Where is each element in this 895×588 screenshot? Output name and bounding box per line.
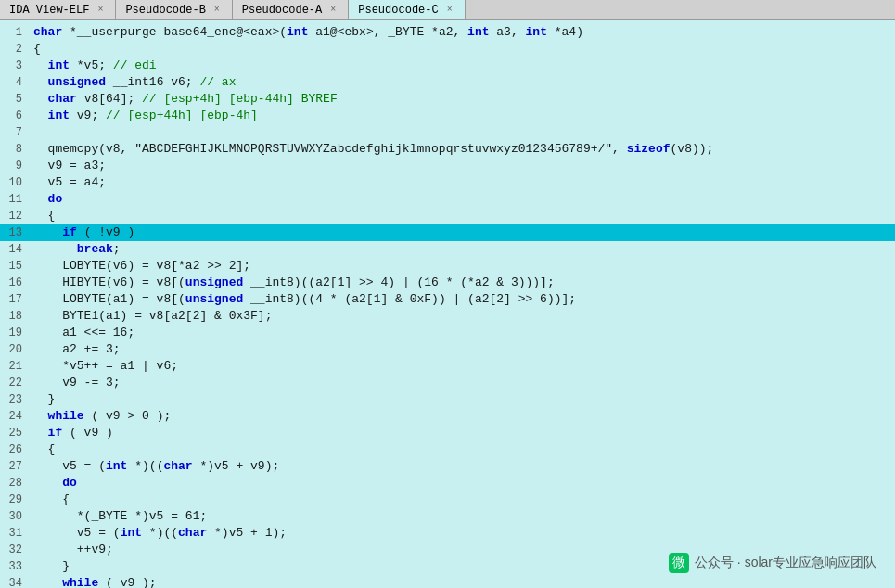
line-content-28: do: [30, 475, 895, 492]
code-line-20: 20 a2 += 3;: [0, 341, 895, 358]
line-number-4: 4: [0, 74, 30, 91]
tab-pseudocode-c[interactable]: Pseudocode-C×: [349, 0, 465, 19]
line-number-24: 24: [0, 408, 30, 425]
line-content-3: int *v5; // edi: [30, 58, 895, 74]
code-line-2: 2{: [0, 41, 895, 58]
line-number-19: 19: [0, 325, 30, 341]
code-line-7: 7: [0, 124, 895, 141]
line-number-22: 22: [0, 375, 30, 391]
code-line-23: 23 }: [0, 391, 895, 408]
line-content-2: {: [30, 41, 895, 58]
line-content-24: while ( v9 > 0 );: [30, 408, 895, 425]
code-line-8: 8 qmemcpy(v8, "ABCDEFGHIJKLMNOPQRSTUVWXY…: [0, 141, 895, 158]
code-line-1: 1char *__userpurge base64_enc@<eax>(int …: [0, 24, 895, 41]
code-line-17: 17 LOBYTE(a1) = v8[(unsigned __int8)((4 …: [0, 291, 895, 308]
line-content-9: v9 = a3;: [30, 158, 895, 174]
line-content-6: int v9; // [esp+44h] [ebp-4h]: [30, 108, 895, 124]
line-content-30: *(_BYTE *)v5 = 61;: [30, 508, 895, 525]
line-number-28: 28: [0, 475, 30, 492]
line-content-5: char v8[64]; // [esp+4h] [ebp-44h] BYREF: [30, 91, 895, 108]
tab-close-ida-view-elf[interactable]: ×: [95, 5, 106, 16]
line-content-19: a1 <<= 16;: [30, 325, 895, 341]
tab-ida-view-elf[interactable]: IDA View-ELF×: [0, 0, 116, 19]
line-content-1: char *__userpurge base64_enc@<eax>(int a…: [30, 24, 895, 41]
line-number-34: 34: [0, 575, 30, 588]
line-content-16: HIBYTE(v6) = v8[(unsigned __int8)((a2[1]…: [30, 275, 895, 291]
line-content-12: {: [30, 208, 895, 224]
code-line-16: 16 HIBYTE(v6) = v8[(unsigned __int8)((a2…: [0, 275, 895, 291]
code-line-12: 12 {: [0, 208, 895, 224]
line-content-20: a2 += 3;: [30, 341, 895, 358]
code-line-33: 33 }: [0, 558, 895, 575]
code-line-4: 4 unsigned __int16 v6; // ax: [0, 74, 895, 91]
code-line-11: 11 do: [0, 191, 895, 208]
line-content-23: }: [30, 391, 895, 408]
line-number-14: 14: [0, 241, 30, 258]
code-line-18: 18 BYTE1(a1) = v8[a2[2] & 0x3F];: [0, 308, 895, 325]
code-line-32: 32 ++v9;: [0, 542, 895, 558]
line-number-21: 21: [0, 358, 30, 375]
line-number-30: 30: [0, 508, 30, 525]
line-number-33: 33: [0, 558, 30, 575]
line-number-17: 17: [0, 291, 30, 308]
code-line-22: 22 v9 -= 3;: [0, 375, 895, 391]
line-number-18: 18: [0, 308, 30, 325]
code-line-27: 27 v5 = (int *)((char *)v5 + v9);: [0, 458, 895, 475]
tab-pseudocode-a[interactable]: Pseudocode-A×: [233, 0, 349, 19]
code-line-29: 29 {: [0, 492, 895, 508]
line-content-33: }: [30, 558, 895, 575]
line-number-10: 10: [0, 174, 30, 191]
code-line-25: 25 if ( v9 ): [0, 425, 895, 441]
line-number-7: 7: [0, 124, 30, 141]
line-number-3: 3: [0, 58, 30, 74]
code-line-15: 15 LOBYTE(v6) = v8[*a2 >> 2];: [0, 258, 895, 275]
tab-close-pseudocode-b[interactable]: ×: [211, 5, 223, 16]
line-content-17: LOBYTE(a1) = v8[(unsigned __int8)((4 * (…: [30, 291, 895, 308]
line-number-11: 11: [0, 191, 30, 208]
code-line-6: 6 int v9; // [esp+44h] [ebp-4h]: [0, 108, 895, 124]
code-line-21: 21 *v5++ = a1 | v6;: [0, 358, 895, 375]
line-content-15: LOBYTE(v6) = v8[*a2 >> 2];: [30, 258, 895, 275]
line-content-10: v5 = a4;: [30, 174, 895, 191]
line-number-26: 26: [0, 441, 30, 458]
tab-label-pseudocode-b: Pseudocode-B: [125, 4, 205, 17]
line-content-29: {: [30, 492, 895, 508]
line-number-20: 20: [0, 341, 30, 358]
tab-label-ida-view-elf: IDA View-ELF: [9, 4, 89, 17]
line-content-31: v5 = (int *)((char *)v5 + 1);: [30, 525, 895, 542]
line-content-18: BYTE1(a1) = v8[a2[2] & 0x3F];: [30, 308, 895, 325]
line-content-34: while ( v9 );: [30, 575, 895, 588]
line-number-8: 8: [0, 141, 30, 158]
code-line-31: 31 v5 = (int *)((char *)v5 + 1);: [0, 525, 895, 542]
tab-bar: IDA View-ELF×Pseudocode-B×Pseudocode-A×P…: [0, 0, 895, 20]
line-number-12: 12: [0, 208, 30, 224]
line-content-22: v9 -= 3;: [30, 375, 895, 391]
line-content-21: *v5++ = a1 | v6;: [30, 358, 895, 375]
code-line-28: 28 do: [0, 475, 895, 492]
code-line-3: 3 int *v5; // edi: [0, 58, 895, 74]
tab-close-pseudocode-c[interactable]: ×: [444, 5, 455, 16]
tab-label-pseudocode-a: Pseudocode-A: [242, 4, 322, 17]
code-line-30: 30 *(_BYTE *)v5 = 61;: [0, 508, 895, 525]
line-content-27: v5 = (int *)((char *)v5 + v9);: [30, 458, 895, 475]
line-number-23: 23: [0, 391, 30, 408]
line-number-6: 6: [0, 108, 30, 124]
code-line-13: 13 if ( !v9 ): [0, 224, 895, 241]
tab-pseudocode-b[interactable]: Pseudocode-B×: [116, 0, 232, 19]
code-area: 1char *__userpurge base64_enc@<eax>(int …: [0, 20, 895, 588]
line-number-16: 16: [0, 275, 30, 291]
code-line-10: 10 v5 = a4;: [0, 174, 895, 191]
code-line-34: 34 while ( v9 );: [0, 575, 895, 588]
code-line-5: 5 char v8[64]; // [esp+4h] [ebp-44h] BYR…: [0, 91, 895, 108]
line-number-13: 13: [0, 224, 30, 241]
line-content-25: if ( v9 ): [30, 425, 895, 441]
line-content-13: if ( !v9 ): [30, 224, 895, 241]
code-line-26: 26 {: [0, 441, 895, 458]
tab-label-pseudocode-c: Pseudocode-C: [358, 4, 438, 17]
line-number-5: 5: [0, 91, 30, 108]
line-number-9: 9: [0, 158, 30, 174]
line-number-32: 32: [0, 542, 30, 558]
tab-close-pseudocode-a[interactable]: ×: [327, 5, 339, 16]
code-line-14: 14 break;: [0, 241, 895, 258]
line-number-27: 27: [0, 458, 30, 475]
